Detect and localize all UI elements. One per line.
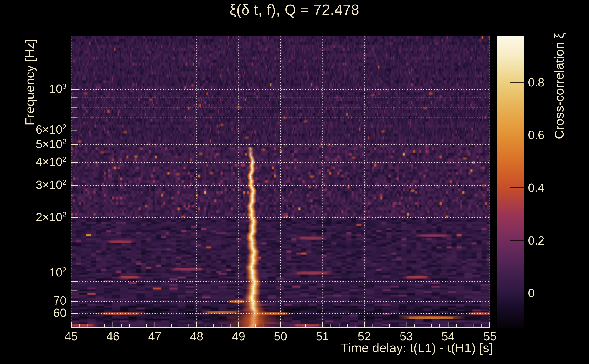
- colorbar-tick-label: 0: [528, 287, 535, 299]
- y-tick-label: 102: [49, 266, 66, 278]
- x-tick-label: 45: [64, 330, 78, 342]
- y-tick-label: 3×102: [36, 179, 66, 191]
- colorbar-tick-label: 0.2: [528, 234, 544, 246]
- y-axis-title: Frequency [Hz]: [22, 39, 37, 126]
- x-tick-label: 48: [190, 330, 203, 342]
- colorbar-tick-label: 0.8: [528, 77, 544, 88]
- x-tick-label: 47: [148, 330, 161, 342]
- y-tick-label: 70: [53, 295, 66, 306]
- x-tick-label: 53: [400, 330, 413, 342]
- y-tick-label: 5×102: [36, 138, 66, 150]
- x-tick-label: 52: [358, 330, 371, 342]
- x-tick-label: 46: [106, 330, 119, 342]
- colorbar-tick: [510, 240, 524, 241]
- y-tick-label: 4×102: [36, 156, 66, 168]
- colorbar-tick-label: 0.6: [528, 129, 544, 141]
- colorbar-tick: [510, 188, 524, 188]
- x-tick-label: 50: [274, 330, 287, 342]
- x-tick-label: 55: [483, 330, 497, 342]
- colorbar-title: Cross-correlation ξ: [552, 33, 566, 139]
- plot-title: ξ(δ t, f), Q = 72.478: [0, 1, 589, 18]
- x-tick-label: 49: [232, 330, 245, 342]
- colorbar-tick: [510, 135, 524, 135]
- y-tick-label: 6×102: [36, 123, 66, 135]
- figure-page: ξ(δ t, f), Q = 72.478 Frequency [Hz] Tim…: [0, 0, 589, 364]
- y-tick-label: 103: [49, 83, 66, 95]
- spectrogram-heatmap: [71, 36, 490, 328]
- y-tick-label: 2×102: [36, 211, 66, 223]
- y-tick-label: 60: [53, 307, 66, 319]
- colorbar-gradient: [497, 36, 524, 328]
- colorbar-tick-label: 0.4: [528, 182, 544, 194]
- x-tick-label: 54: [442, 330, 455, 342]
- colorbar-tick: [510, 293, 524, 293]
- x-tick-label: 51: [316, 330, 329, 342]
- colorbar-tick: [510, 82, 524, 83]
